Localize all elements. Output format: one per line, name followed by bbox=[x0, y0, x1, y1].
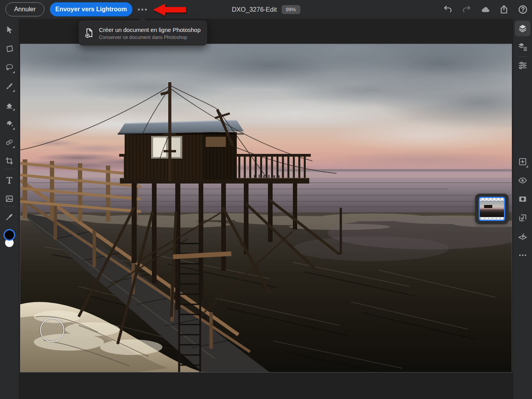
ellipsis-icon bbox=[518, 250, 528, 260]
help-button[interactable] bbox=[515, 2, 530, 17]
transform-selection-tool[interactable] bbox=[2, 41, 17, 56]
redo-icon bbox=[462, 4, 472, 14]
rail-divider bbox=[518, 56, 528, 57]
undo-button[interactable] bbox=[440, 2, 456, 17]
popover-subtitle: Conserver ce document dans Photoshop bbox=[99, 35, 201, 40]
visibility-eye-icon bbox=[518, 175, 528, 185]
share-icon bbox=[499, 4, 509, 14]
place-image-icon bbox=[5, 194, 14, 203]
visibility-button[interactable] bbox=[515, 173, 530, 188]
crop-icon bbox=[5, 156, 14, 166]
move-tool-icon bbox=[5, 25, 14, 35]
foreground-color-swatch[interactable] bbox=[4, 229, 15, 241]
document-add-icon bbox=[85, 28, 94, 39]
quick-actions-button[interactable] bbox=[515, 229, 530, 244]
cancel-button[interactable]: Annuler bbox=[5, 2, 44, 16]
color-swatches[interactable] bbox=[0, 229, 19, 252]
redo-button[interactable] bbox=[459, 2, 474, 17]
type-tool[interactable] bbox=[2, 172, 17, 188]
lasso-tool[interactable] bbox=[2, 60, 17, 75]
rail-divider bbox=[4, 206, 14, 207]
quick-actions-icon bbox=[518, 231, 528, 242]
eyedropper-tool[interactable] bbox=[2, 209, 17, 225]
flyout-indicator bbox=[12, 108, 15, 111]
clip-place-button[interactable] bbox=[515, 210, 530, 226]
place-image-tool[interactable] bbox=[2, 191, 17, 207]
send-to-lightroom-button[interactable]: Envoyer vers Lightroom bbox=[50, 2, 132, 16]
popover-title: Créer un document en ligne Photoshop bbox=[99, 26, 201, 34]
document-title-group: DXO_3276-Edit 99% bbox=[232, 0, 300, 19]
more-options-button[interactable] bbox=[135, 3, 149, 16]
annotation-arrow-left bbox=[153, 3, 186, 16]
layer-mask-icon bbox=[518, 194, 528, 204]
layer-properties-icon bbox=[518, 42, 528, 52]
layers-panel-button[interactable] bbox=[515, 21, 530, 36]
brush-cursor-overlay bbox=[40, 318, 64, 342]
help-icon bbox=[518, 4, 528, 15]
share-button[interactable] bbox=[496, 2, 512, 17]
layer-thumbnail-panel[interactable] bbox=[475, 194, 509, 224]
top-right-actions bbox=[440, 2, 530, 17]
cloud-sync-button[interactable] bbox=[477, 2, 493, 17]
create-cloud-document-popover[interactable]: Créer un document en ligne Photoshop Con… bbox=[79, 20, 207, 46]
photo-scene bbox=[20, 44, 512, 372]
layer-thumbnail[interactable] bbox=[479, 197, 505, 221]
layers-icon bbox=[518, 23, 528, 34]
healing-tool[interactable] bbox=[2, 134, 17, 150]
clip-place-icon bbox=[518, 213, 528, 223]
undo-icon bbox=[443, 4, 453, 14]
layer-thumbnail-image bbox=[480, 201, 504, 217]
zoom-level-badge[interactable]: 99% bbox=[282, 5, 300, 14]
left-tool-rail bbox=[0, 19, 19, 399]
layer-properties-button[interactable] bbox=[515, 39, 530, 55]
flyout-indicator bbox=[12, 127, 15, 130]
ellipsis-icon bbox=[138, 9, 140, 11]
eraser-tool[interactable] bbox=[2, 97, 17, 113]
mud-pole bbox=[340, 208, 342, 254]
add-layer-button[interactable] bbox=[515, 154, 530, 169]
type-tool-icon bbox=[5, 175, 14, 185]
sky bbox=[20, 44, 512, 172]
document-title: DXO_3276-Edit bbox=[232, 6, 277, 13]
top-bar: Annuler Envoyer vers Lightroom DXO_3276-… bbox=[0, 0, 532, 19]
adjustments-button[interactable] bbox=[515, 58, 530, 73]
transform-selection-icon bbox=[5, 44, 14, 53]
right-panel-rail bbox=[513, 19, 532, 399]
cloud-sync-icon bbox=[480, 4, 491, 15]
more-panels-button[interactable] bbox=[515, 247, 530, 263]
crop-tool[interactable] bbox=[2, 153, 17, 169]
rail-divider bbox=[4, 169, 14, 169]
flyout-indicator bbox=[12, 146, 15, 148]
flyout-indicator bbox=[12, 90, 15, 92]
brush-tool[interactable] bbox=[2, 78, 17, 94]
move-tool[interactable] bbox=[2, 22, 17, 38]
flyout-indicator bbox=[12, 71, 15, 73]
popover-text: Créer un document en ligne Photoshop Con… bbox=[99, 26, 201, 40]
flyout-indicator bbox=[526, 165, 528, 168]
eyedropper-icon bbox=[5, 212, 14, 222]
adjustments-sliders-icon bbox=[518, 60, 528, 71]
fill-tool[interactable] bbox=[2, 116, 17, 132]
photoshop-ipad-app: { "top_bar": { "cancel_label": "Annuler"… bbox=[0, 0, 532, 399]
mask-button[interactable] bbox=[515, 191, 530, 207]
photo-canvas[interactable] bbox=[20, 44, 512, 372]
